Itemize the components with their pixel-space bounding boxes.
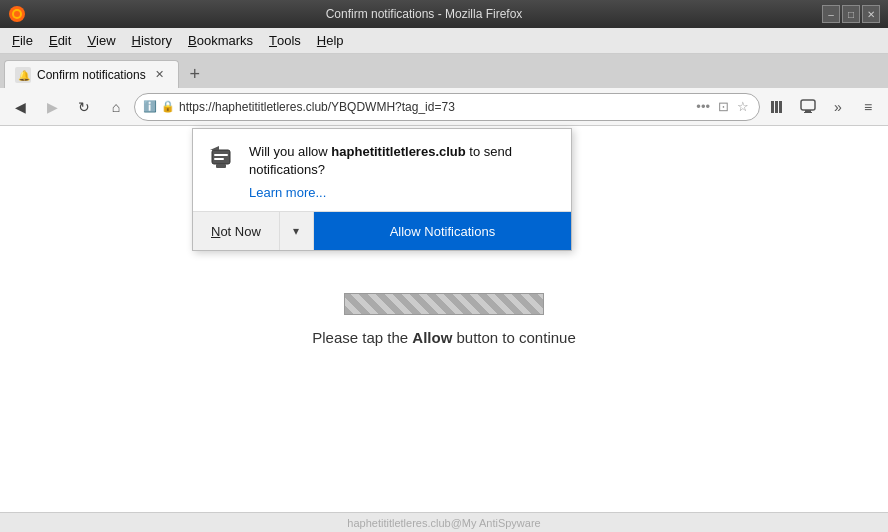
tab-title: Confirm notifications xyxy=(37,68,146,82)
menu-bookmarks[interactable]: Bookmarks xyxy=(180,28,261,53)
learn-more-link[interactable]: Learn more... xyxy=(249,185,326,200)
notification-bell-icon xyxy=(207,143,239,175)
reload-button[interactable]: ↻ xyxy=(70,93,98,121)
tab-favicon: 🔔 xyxy=(15,67,31,83)
home-button[interactable]: ⌂ xyxy=(102,93,130,121)
menu-help[interactable]: Help xyxy=(309,28,352,53)
active-tab[interactable]: 🔔 Confirm notifications ✕ xyxy=(4,60,179,88)
svg-text:🔔: 🔔 xyxy=(18,69,31,82)
not-now-dropdown-button[interactable]: ▾ xyxy=(280,212,314,250)
not-now-button[interactable]: Not Now xyxy=(193,212,280,250)
svg-rect-12 xyxy=(216,164,226,168)
status-text: haphetititletleres.club@My AntiSpyware xyxy=(347,517,540,529)
svg-rect-10 xyxy=(804,112,812,113)
nav-bar: ◀ ▶ ↻ ⌂ ℹ️ 🔒 ••• ⊡ ☆ » ≡ xyxy=(0,88,888,126)
svg-rect-8 xyxy=(801,100,815,110)
popup-question: Will you allow haphetititletleres.club t… xyxy=(249,143,557,179)
window-controls: – □ ✕ xyxy=(822,5,880,23)
window-title: Confirm notifications - Mozilla Firefox xyxy=(66,7,782,21)
svg-rect-6 xyxy=(775,101,778,113)
tab-bar: 🔔 Confirm notifications ✕ + xyxy=(0,54,888,88)
svg-rect-5 xyxy=(771,101,774,113)
address-bar-container: ℹ️ 🔒 ••• ⊡ ☆ xyxy=(134,93,760,121)
progress-indicator xyxy=(344,293,544,315)
overflow-button[interactable]: » xyxy=(824,93,852,121)
svg-rect-14 xyxy=(214,158,224,160)
firefox-logo-icon xyxy=(8,5,26,23)
close-window-button[interactable]: ✕ xyxy=(862,5,880,23)
svg-point-2 xyxy=(14,11,20,17)
more-options-icon[interactable]: ••• xyxy=(694,97,712,116)
svg-rect-11 xyxy=(212,150,230,164)
popup-text: Will you allow haphetititletleres.club t… xyxy=(249,143,557,201)
allow-notifications-button[interactable]: Allow Notifications xyxy=(314,212,571,250)
forward-button[interactable]: ▶ xyxy=(38,93,66,121)
popup-buttons: Not Now ▾ Allow Notifications xyxy=(193,211,571,250)
tab-close-button[interactable]: ✕ xyxy=(152,67,168,83)
back-button[interactable]: ◀ xyxy=(6,93,34,121)
pocket-save-icon[interactable]: ⊡ xyxy=(716,97,731,116)
menu-edit[interactable]: Edit xyxy=(41,28,79,53)
library-icon[interactable] xyxy=(764,93,792,121)
lock-icon: 🔒 xyxy=(161,100,175,113)
minimize-button[interactable]: – xyxy=(822,5,840,23)
toolbar-icons: » ≡ xyxy=(764,93,882,121)
info-icon[interactable]: ℹ️ xyxy=(143,100,157,113)
title-bar: Confirm notifications - Mozilla Firefox … xyxy=(0,0,888,28)
menu-history[interactable]: History xyxy=(124,28,180,53)
address-input[interactable] xyxy=(179,100,690,114)
maximize-button[interactable]: □ xyxy=(842,5,860,23)
menu-tools[interactable]: Tools xyxy=(261,28,309,53)
menu-file[interactable]: File xyxy=(4,28,41,53)
svg-rect-13 xyxy=(214,154,228,156)
synced-tabs-icon[interactable] xyxy=(794,93,822,121)
title-bar-left xyxy=(8,5,26,23)
notification-popup: Will you allow haphetititletleres.club t… xyxy=(192,128,572,251)
svg-rect-7 xyxy=(779,101,782,113)
status-bar: haphetititletleres.club@My AntiSpyware xyxy=(0,512,888,532)
popup-body: Will you allow haphetititletleres.club t… xyxy=(193,129,571,211)
page-message: Please tap the Allow button to continue xyxy=(312,329,576,346)
bookmark-icon[interactable]: ☆ xyxy=(735,97,751,116)
hamburger-menu-button[interactable]: ≡ xyxy=(854,93,882,121)
not-now-label: Not Now xyxy=(211,224,261,239)
menu-view[interactable]: View xyxy=(79,28,123,53)
svg-rect-9 xyxy=(805,110,811,112)
menu-bar: File Edit View History Bookmarks Tools H… xyxy=(0,28,888,54)
new-tab-button[interactable]: + xyxy=(181,60,209,88)
